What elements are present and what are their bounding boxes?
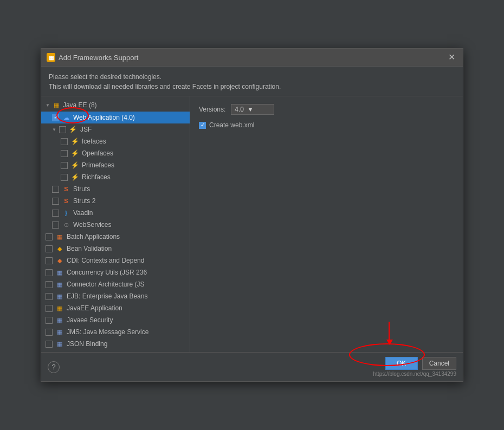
item-connector[interactable]: ▦ Connector Architecture (JS <box>41 278 190 290</box>
label-cdi: CDI: Contexts and Depend <box>67 257 144 264</box>
versions-row: Versions: 4.0 ▼ <box>199 104 454 115</box>
ok-button[interactable]: OK <box>385 357 418 370</box>
label-vaadin: Vaadin <box>73 209 93 217</box>
primefaces-icon: ⚡ <box>70 161 79 170</box>
checkbox-vaadin[interactable] <box>52 210 59 217</box>
jsf-expand-icon: ▼ <box>52 127 56 132</box>
sec-icon: ▦ <box>55 316 64 324</box>
label-struts2: Struts 2 <box>73 197 95 205</box>
checkbox-json[interactable] <box>46 341 53 348</box>
checkbox-connector[interactable] <box>46 281 53 288</box>
checkbox-struts[interactable] <box>52 186 59 193</box>
checkbox-ws[interactable] <box>52 221 59 229</box>
right-panel: Versions: 4.0 ▼ Create web.xml <box>190 96 463 352</box>
create-xml-checkbox[interactable] <box>199 122 206 129</box>
ejb-icon: ▦ <box>55 292 64 301</box>
checkbox-jsf[interactable] <box>59 126 66 133</box>
version-dropdown[interactable]: 4.0 ▼ <box>231 104 274 115</box>
footer-buttons: OK Cancel <box>385 357 456 370</box>
item-web-app[interactable]: ☁ Web Application (4.0) <box>41 112 190 123</box>
item-struts2[interactable]: S Struts 2 <box>41 195 190 207</box>
item-webservices[interactable]: ⊙ WebServices <box>41 219 190 231</box>
checkbox-ejb[interactable] <box>46 293 53 300</box>
help-button[interactable]: ? <box>48 361 60 373</box>
label-web-app: Web Application (4.0) <box>73 114 135 121</box>
item-ejb[interactable]: ▦ EJB: Enterprise Java Beans <box>41 290 190 302</box>
checkbox-batch[interactable] <box>46 233 53 240</box>
checkbox-jms[interactable] <box>46 329 53 336</box>
struts2-icon: S <box>62 197 70 205</box>
item-concurrency[interactable]: ▦ Concurrency Utils (JSR 236 <box>41 266 190 278</box>
checkbox-icefaces[interactable] <box>61 138 68 145</box>
item-json[interactable]: ▦ JSON Binding <box>41 338 190 350</box>
label-icefaces: Icefaces <box>82 138 106 145</box>
item-bean[interactable]: ◆ Bean Validation <box>41 243 190 255</box>
label-connector: Connector Architecture (JS <box>67 281 144 288</box>
title-bar: ▦ Add Frameworks Support ✕ <box>41 49 463 67</box>
footer-left: ? <box>48 361 60 373</box>
group-javaee[interactable]: ▼ ▦ Java EE (8) <box>41 99 190 112</box>
add-frameworks-dialog: ▦ Add Frameworks Support ✕ Please select… <box>41 48 463 382</box>
javaee-app-icon: ▦ <box>55 304 64 312</box>
item-icefaces[interactable]: ⚡ Icefaces <box>41 135 190 147</box>
checkbox-openfaces[interactable] <box>61 150 68 157</box>
item-vaadin[interactable]: } Vaadin <box>41 207 190 219</box>
label-webservices: WebServices <box>73 221 111 229</box>
dropdown-arrow: ▼ <box>247 106 254 113</box>
checkbox-bean[interactable] <box>46 245 53 252</box>
item-jsf[interactable]: ▼ ⚡ JSF <box>41 123 190 135</box>
expand-icon: ▼ <box>46 103 50 108</box>
label-openfaces: Openfaces <box>82 149 113 157</box>
batch-icon: ▦ <box>55 232 64 241</box>
struts-icon: S <box>62 185 70 193</box>
label-security: Javaee Security <box>67 316 113 324</box>
description-line2: This will download all needed libraries … <box>49 82 455 92</box>
app-icon: ▦ <box>47 53 55 62</box>
item-richfaces[interactable]: ⚡ Richfaces <box>41 171 190 183</box>
item-openfaces[interactable]: ⚡ Openfaces <box>41 147 190 159</box>
checkbox-concurrency[interactable] <box>46 269 53 276</box>
left-panel[interactable]: ▼ ▦ Java EE (8) ☁ Web Application (4.0) … <box>41 96 190 352</box>
url-text: https://blog.csdn.net/qq_34134299 <box>373 371 456 377</box>
checkbox-richfaces[interactable] <box>61 174 68 181</box>
item-cdi[interactable]: ◆ CDI: Contexts and Depend <box>41 255 190 266</box>
label-jsf: JSF <box>80 126 92 133</box>
checkbox-primefaces[interactable] <box>61 162 68 169</box>
checkbox-web-app[interactable] <box>52 114 59 121</box>
checkbox-cdi[interactable] <box>46 257 53 264</box>
cdi-icon: ◆ <box>55 256 64 265</box>
label-json: JSON Binding <box>67 340 107 348</box>
checkbox-javaee-app[interactable] <box>46 305 53 312</box>
label-concurrency: Concurrency Utils (JSR 236 <box>67 269 147 276</box>
main-content: ▼ ▦ Java EE (8) ☁ Web Application (4.0) … <box>41 96 463 352</box>
item-struts[interactable]: S Struts <box>41 183 190 195</box>
web-icon: ☁ <box>62 113 70 122</box>
label-primefaces: Primefaces <box>82 161 114 169</box>
checkbox-struts2[interactable] <box>52 198 59 205</box>
conc-icon: ▦ <box>55 268 64 277</box>
checkbox-security[interactable] <box>46 317 53 324</box>
description: Please select the desired technologies. … <box>41 67 463 96</box>
title-bar-left: ▦ Add Frameworks Support <box>47 53 138 62</box>
item-jms[interactable]: ▦ JMS: Java Message Service <box>41 326 190 338</box>
close-button[interactable]: ✕ <box>446 52 457 63</box>
item-javaee-app[interactable]: ▦ JavaEE Application <box>41 302 190 314</box>
version-value: 4.0 <box>235 106 244 113</box>
cancel-button[interactable]: Cancel <box>422 357 456 370</box>
item-security[interactable]: ▦ Javaee Security <box>41 314 190 326</box>
conn-icon: ▦ <box>55 280 64 289</box>
json-icon: ▦ <box>55 340 64 348</box>
ws-icon: ⊙ <box>62 220 70 229</box>
label-batch: Batch Applications <box>67 233 120 240</box>
jsf-icon: ⚡ <box>69 125 77 134</box>
item-batch[interactable]: ▦ Batch Applications <box>41 231 190 243</box>
label-jms: JMS: Java Message Service <box>67 328 148 336</box>
dialog-title: Add Frameworks Support <box>59 54 138 62</box>
jms-icon: ▦ <box>55 328 64 336</box>
label-richfaces: Richfaces <box>82 173 111 181</box>
label-javaee-app: JavaEE Application <box>67 304 122 312</box>
versions-label: Versions: <box>199 106 225 113</box>
create-xml-row: Create web.xml <box>199 121 454 129</box>
label-bean: Bean Validation <box>67 245 112 252</box>
item-primefaces[interactable]: ⚡ Primefaces <box>41 159 190 171</box>
